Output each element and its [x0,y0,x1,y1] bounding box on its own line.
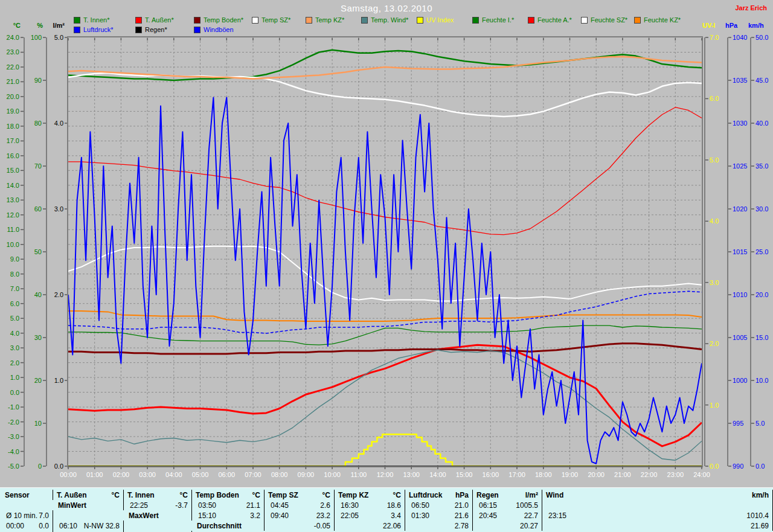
x-axis-label: 01:00 [82,471,108,478]
stats-max-value: 0.0 [39,522,49,530]
x-axis-label: 11:00 [345,471,372,478]
x-axis-label: 08:00 [266,471,293,478]
axis-tick-label-c: 5.0 [0,315,19,322]
stats-cell-regen [542,500,773,510]
axis-tick-label-pct: 0 [19,463,42,470]
axis-tick-label-lm2: 0.0 [40,463,63,470]
stats-max-value: N-NW 32.8 [84,522,120,530]
stats-cell-temp-kz: 21.69 [542,521,773,531]
axis-tick-label-c: 6.0 [0,300,19,307]
stats-max-value: 3.2 [250,511,260,520]
x-axis-label: 06:00 [213,471,240,478]
axis-tick-label-c: 1.0 [0,374,19,381]
stats-min-time: 04:45 [271,501,289,510]
stats-sensor-unit: km/h [752,491,769,499]
x-axis-label: 19:00 [556,471,583,478]
stats-max-time: 22:05 [341,511,359,520]
axis-tick-label-kmh: 10.0 [755,377,773,384]
stats-cell-temp-sz: 16:3018.6 [335,500,405,510]
stats-cell-temp-kz: 06:5021.0 [405,500,473,510]
stats-sensor-name: T. Außen [57,491,87,499]
axis-tick-label-c: -2.0 [0,418,19,426]
axis-header-kmh: km/h [748,22,773,29]
axis-tick-label-pct: 60 [19,205,42,213]
axis-tick-label-uv: 6.0 [710,95,735,102]
stats-sensor-unit: °C [393,491,401,499]
stats-row-label: Durchschnitt [192,521,265,531]
stats-min-time: 06:50 [411,501,429,510]
stats-min-value: 21.0 [455,501,469,510]
axis-tick-label-uv: 7.0 [710,34,735,41]
axis-header-pct: % [20,22,43,29]
stats-sensor-name: Temp SZ [268,491,298,499]
stats-min-value: -3.7 [175,501,188,510]
stats-min-time: 03:50 [198,501,216,510]
stats-max-value: 22.7 [524,511,538,520]
axis-tick-label-c: 22.0 [0,63,19,71]
stats-max-time: 15:10 [198,511,216,520]
stats-cell-temp-kz: Temp KZ°C [335,490,405,500]
axis-tick-label-uv: 0.0 [710,463,735,470]
axis-tick-label-hpa: 990 [733,463,758,470]
x-axis-label: 07:00 [240,471,266,478]
stats-min-value: 18.6 [387,501,401,510]
stats-cell-t-au-en: -0.05 [265,521,335,531]
axis-tick-label-hpa: 1040 [733,34,758,41]
stats-cell-wind: 06:10N-NW 32.8 [53,521,124,531]
axis-tick-label-hpa: 1005 [733,334,758,341]
axis-tick-label-c: 15.0 [0,167,19,174]
stats-avg-value: 21.69 [751,522,769,530]
axis-tick-label-kmh: 40.0 [755,120,773,127]
axis-tick-label-c: 4.0 [0,330,19,337]
stats-cell-temp-sz: Temp SZ°C [265,490,335,500]
axis-tick-label-kmh: 15.0 [755,334,773,341]
stats-max-time: 20:45 [479,511,497,520]
axis-tick-label-c: 16.0 [0,152,19,159]
stats-min-value: 1005.5 [516,501,538,510]
axis-tick-label-c: 13.0 [0,196,19,204]
axis-tick-label-pct: 20 [19,377,42,384]
stats-avg-value: 22.06 [383,522,401,530]
stats-max-value: 23.2 [316,511,330,520]
axis-tick-label-kmh: 50.0 [755,34,773,41]
axis-tick-label-c: 20.0 [0,93,19,100]
stats-sensor-unit: hPa [455,491,469,499]
stats-cell-t-innen: T. Innen°C [124,490,192,500]
stats-row-label: Sensor [0,490,53,500]
axis-tick-label-c: 14.0 [0,182,19,189]
axis-tick-label-c: -4.0 [0,448,19,455]
axis-tick-label-lm2: 3.0 [40,205,63,213]
stats-sensor-unit: °C [112,491,120,499]
axis-tick-label-uv: 3.0 [710,279,735,286]
axis-tick-label-hpa: 1035 [733,77,758,84]
axis-tick-label-pct: 50 [19,248,42,255]
axis-tick-label-c: 24.0 [0,34,19,41]
x-axis-label: 17:00 [504,471,530,478]
stats-table: SensorT. Außen°CT. Innen°CTemp Boden°CTe… [0,487,773,532]
stats-sensor-unit: °C [180,491,188,499]
stats-cell-temp-sz: 20.27 [473,521,542,531]
axis-tick-label-c: -3.0 [0,433,19,440]
axis-tick-label-hpa: 1015 [733,248,758,255]
axis-tick-label-c: 7.0 [0,285,19,292]
axis-tick-label-c: 2.0 [0,359,19,367]
stats-max-time: 23:15 [548,511,566,520]
axis-tick-label-pct: 70 [19,162,42,170]
axis-tick-label-hpa: 1030 [733,120,758,127]
stats-cell-temp-boden: 22:053.4 [335,510,405,521]
stats-cell-t-au-en: T. Außen°C [53,490,124,500]
stats-min-time: 22:25 [130,501,148,510]
series-feuchte-kz [68,311,702,321]
axis-tick-label-c: 18.0 [0,123,19,130]
stats-cell-t-au-en: 22:25-3.7 [124,500,192,510]
stats-cell-luftdruck: 23:151010.4 [542,510,773,521]
axis-tick-label-uv: 5.0 [710,156,735,164]
stats-sensor-name: Regen [476,491,499,499]
axis-tick-label-pct: 10 [19,420,42,427]
axis-tick-label-c: 23.0 [0,48,19,56]
x-axis-label: 10:00 [319,471,345,478]
stats-min-time: Ø 10 min. [6,511,37,520]
x-axis-label: 15:00 [451,471,478,478]
axis-tick-label-pct: 100 [19,34,42,41]
stats-max-time: 01:30 [411,511,429,520]
